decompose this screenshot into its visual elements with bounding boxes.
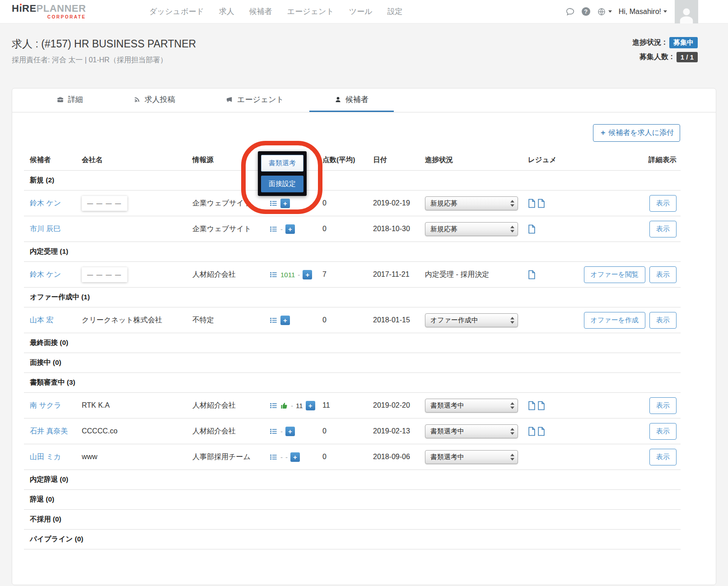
- candidate-cell: 南 サクラ: [24, 401, 76, 410]
- tab-エージェント[interactable]: エージェント: [201, 88, 309, 112]
- evaluation-list-icon[interactable]: [269, 270, 278, 279]
- briefcase-icon: [57, 96, 64, 103]
- candidate-name-link[interactable]: 石井 真奈美: [30, 427, 68, 435]
- resume-cell: [522, 270, 558, 279]
- navbar: HıRE PLANNER CORPORATE ダッシュボード求人候補者エージェン…: [0, 0, 728, 23]
- chat-icon[interactable]: [565, 7, 575, 16]
- headcount-badge: 1 / 1: [677, 52, 698, 62]
- nav-item[interactable]: 設定: [387, 6, 403, 17]
- evaluation-list-icon[interactable]: [269, 199, 278, 208]
- candidate-name-link[interactable]: 山田 ミカ: [30, 453, 61, 460]
- show-detail-button[interactable]: 表示: [649, 195, 677, 212]
- tab-候補者[interactable]: 候補者: [309, 88, 394, 112]
- add-evaluation-button[interactable]: +: [303, 270, 312, 279]
- show-detail-button[interactable]: 表示: [649, 397, 677, 414]
- show-detail-button[interactable]: 表示: [649, 266, 677, 283]
- plus-icon: ＋: [599, 128, 607, 138]
- evaluation-list-icon[interactable]: [269, 453, 278, 461]
- score-value: 0: [322, 199, 327, 207]
- resume-cell: [522, 199, 558, 208]
- score-value: 0: [322, 316, 327, 324]
- greeting-text: Hi, Masahiro!: [619, 8, 661, 16]
- company-name: クリークネット株式会社: [82, 316, 162, 324]
- resume-pdf-icon[interactable]: [528, 401, 536, 410]
- evaluation-list-icon[interactable]: [269, 401, 278, 410]
- add-evaluation-button[interactable]: +: [290, 452, 300, 462]
- evaluation-list-icon[interactable]: [269, 225, 278, 233]
- nav-item[interactable]: 求人: [219, 6, 234, 17]
- actions-cell: -+: [258, 427, 317, 436]
- add-evaluation-button[interactable]: +: [280, 199, 290, 208]
- resume-pdf-icon[interactable]: [528, 427, 536, 436]
- nav-item[interactable]: ダッシュボード: [149, 6, 204, 17]
- page-header: 求人 : (#157) HR BUSINESS PARTNER 採用責任者: 河…: [0, 23, 728, 88]
- stage-section-label: 内定辞退 (0): [24, 470, 681, 489]
- select-caret-icon: [510, 200, 514, 207]
- actions-cell: 1011-+: [258, 270, 317, 279]
- candidate-name-link[interactable]: 鈴木 ケン: [30, 270, 61, 278]
- dash-placeholder: -: [291, 402, 293, 409]
- offer-action-button[interactable]: オファーを閲覧: [584, 266, 645, 283]
- status-select[interactable]: 新規応募: [425, 196, 518, 210]
- candidate-row: 市川 辰巳企業ウェブサイト-+02018-10-30新規応募表示: [24, 216, 681, 242]
- dash-placeholder: -: [280, 428, 283, 435]
- source-text: 不特定: [192, 316, 214, 324]
- nav-item[interactable]: エージェント: [287, 6, 334, 17]
- status-select-value: 書類選考中: [430, 453, 464, 461]
- stage-section-row: 新規 (2): [24, 170, 681, 190]
- resume-pdf-icon[interactable]: [537, 427, 545, 436]
- avatar[interactable]: [675, 0, 698, 23]
- show-detail-button[interactable]: 表示: [649, 312, 677, 329]
- user-menu[interactable]: Hi, Masahiro!: [619, 8, 667, 16]
- status-select-value: 新規応募: [430, 225, 457, 233]
- resume-pdf-icon[interactable]: [537, 199, 545, 208]
- candidate-name-link[interactable]: 鈴木 ケン: [30, 199, 61, 207]
- evaluation-list-icon[interactable]: [269, 427, 278, 436]
- status-select[interactable]: 書類選考中: [425, 450, 518, 464]
- show-detail-button[interactable]: 表示: [649, 221, 677, 237]
- resume-pdf-icon[interactable]: [528, 270, 536, 279]
- candidate-row: 鈴木 ケン— — — —人材紹介会社1011-+72017-11-21内定受理 …: [24, 261, 681, 287]
- status-cell: 新規応募: [419, 222, 522, 236]
- score-value: 0: [322, 453, 327, 460]
- add-evaluation-button[interactable]: +: [280, 316, 290, 325]
- attach-candidate-button[interactable]: ＋ 候補者を求人に添付: [593, 124, 680, 142]
- offer-action-button[interactable]: オファーを作成: [584, 312, 645, 329]
- resume-pdf-icon[interactable]: [537, 401, 545, 410]
- toolbar: ＋ 候補者を求人に添付: [12, 112, 716, 150]
- resume-cell: [522, 427, 558, 436]
- column-header: 会社名: [76, 150, 187, 170]
- add-evaluation-button[interactable]: +: [285, 427, 295, 436]
- source-cell: 人材紹介会社: [187, 427, 258, 436]
- status-select[interactable]: 書類選考中: [425, 424, 518, 438]
- language-globe-icon[interactable]: [597, 7, 612, 16]
- add-evaluation-button[interactable]: +: [306, 401, 315, 410]
- candidate-name-link[interactable]: 山本 宏: [30, 316, 53, 324]
- rss-icon: [134, 96, 140, 103]
- candidate-name-link[interactable]: 市川 辰巳: [30, 225, 61, 233]
- candidate-name-link[interactable]: 南 サクラ: [30, 401, 61, 409]
- resume-pdf-icon[interactable]: [528, 224, 536, 234]
- evaluation-list-icon[interactable]: [269, 316, 278, 325]
- help-icon[interactable]: ?: [582, 7, 590, 16]
- status-select[interactable]: 新規応募: [425, 222, 518, 236]
- tab-求人投稿[interactable]: 求人投稿: [108, 88, 201, 112]
- date-cell: 2018-09-06: [367, 453, 419, 461]
- show-detail-button[interactable]: 表示: [649, 423, 677, 440]
- add-evaluation-button[interactable]: +: [285, 224, 295, 234]
- stage-section-row: 不採用 (0): [24, 509, 681, 529]
- logo[interactable]: HıRE PLANNER CORPORATE: [12, 4, 86, 19]
- status-select[interactable]: 書類選考中: [425, 399, 518, 413]
- resume-pdf-icon[interactable]: [528, 199, 536, 208]
- popup-option-document-screening[interactable]: 書類選考: [261, 155, 303, 172]
- nav-item[interactable]: ツール: [349, 6, 373, 17]
- show-detail-button[interactable]: 表示: [649, 449, 677, 465]
- company-cell: クリークネット株式会社: [76, 316, 187, 325]
- page-title: 求人 : (#157) HR BUSINESS PARTNER: [12, 37, 196, 51]
- person-icon: [335, 96, 341, 103]
- status-select[interactable]: オファー作成中: [425, 313, 518, 327]
- nav-item[interactable]: 候補者: [249, 6, 272, 17]
- tab-詳細[interactable]: 詳細: [32, 88, 108, 112]
- popup-option-interview-setup[interactable]: 面接設定: [261, 176, 303, 192]
- megaphone-icon: [226, 96, 233, 103]
